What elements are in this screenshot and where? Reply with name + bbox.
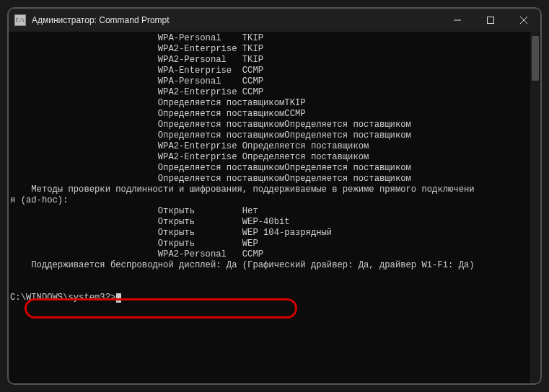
minimize-icon — [454, 17, 461, 24]
prompt-line[interactable]: C:\WINDOWS\system32> — [10, 293, 121, 303]
window-title: Администратор: Command Prompt — [32, 15, 170, 25]
terminal-line: WPA2-Enterprise Определяется поставщиком — [10, 141, 369, 151]
close-button[interactable] — [507, 9, 540, 32]
terminal-line: Открыть WEP 104-разрядный — [10, 228, 332, 238]
terminal-line: WPA2-Personal TKIP — [10, 55, 263, 65]
terminal-line: WPA-Personal CCMP — [10, 76, 263, 86]
terminal-line: WPA-Personal TKIP — [10, 33, 263, 43]
scrollbar-thumb[interactable] — [532, 36, 539, 81]
cmd-icon: C:\ — [14, 14, 26, 26]
scrollbar[interactable] — [530, 32, 540, 383]
terminal-line: Определяется поставщикомОпределяется пос… — [10, 130, 411, 141]
cursor — [116, 293, 121, 303]
maximize-button[interactable] — [474, 9, 507, 32]
terminal-line: WPA2-Enterprise Определяется поставщиком — [10, 152, 369, 162]
window-frame: C:\ Администратор: Command Prompt WPA-Pe… — [7, 7, 542, 385]
terminal-line: Методы проверки подлинности и шифрования… — [10, 184, 475, 195]
terminal-area: WPA-Personal TKIP WPA2-Enterprise TKIP W… — [9, 32, 540, 383]
terminal-line: Определяется поставщикомОпределяется пос… — [10, 174, 411, 184]
titlebar[interactable]: C:\ Администратор: Command Prompt — [9, 9, 540, 32]
terminal-line: Поддерживается беспроводной дисплей: Да … — [10, 260, 475, 270]
terminal-line: Определяется поставщикомCCMP — [10, 109, 306, 119]
terminal-line: Открыть WEP — [10, 239, 258, 249]
terminal-line: я (ad-hoc): — [10, 195, 68, 205]
terminal-line: WPA-Enterprise CCMP — [10, 66, 263, 76]
svg-rect-1 — [488, 17, 494, 24]
terminal-output[interactable]: WPA-Personal TKIP WPA2-Enterprise TKIP W… — [9, 32, 530, 383]
terminal-line: WPA2-Personal CCMP — [10, 249, 263, 259]
close-icon — [520, 17, 527, 24]
minimize-button[interactable] — [441, 9, 474, 32]
terminal-line: WPA2-Enterprise CCMP — [10, 87, 263, 97]
terminal-line: Определяется поставщикомОпределяется пос… — [10, 120, 411, 130]
terminal-line: Определяется поставщикомTKIP — [10, 98, 306, 108]
terminal-line: Открыть WEP-40bit — [10, 217, 290, 227]
terminal-line: WPA2-Enterprise TKIP — [10, 44, 263, 54]
terminal-line: Определяется поставщикомОпределяется пос… — [10, 163, 411, 173]
maximize-icon — [487, 17, 494, 24]
terminal-line: Открыть Нет — [10, 206, 258, 216]
